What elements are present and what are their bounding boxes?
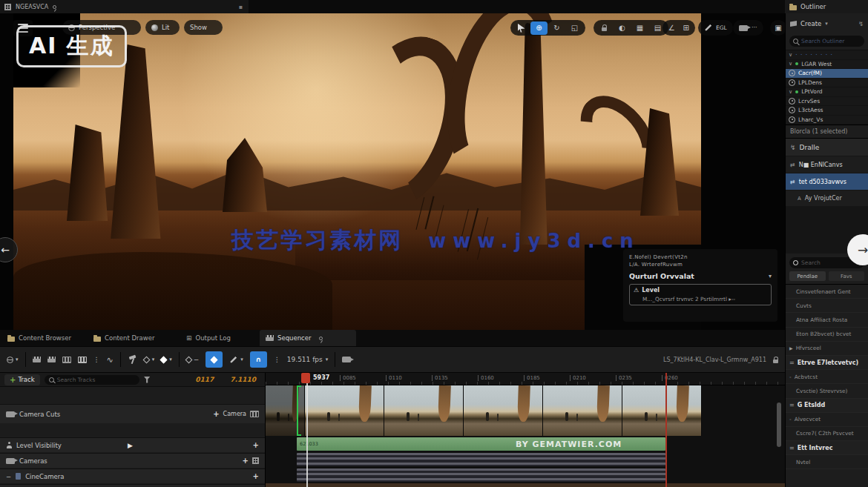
tab-content-browser[interactable]: Content Browser <box>1 330 77 346</box>
popup-title-row[interactable]: Qurturl Orvvalat ▾ <box>629 272 772 280</box>
outliner-row-selected[interactable]: Cacr(fM) <box>786 69 868 79</box>
chevron-down-icon[interactable]: ▾ <box>769 273 772 279</box>
details-row-selected[interactable]: ⇄ tet d5033avwvs <box>786 173 868 190</box>
list-icon[interactable] <box>252 457 259 464</box>
track-cinecamera[interactable]: − CineCamera + <box>0 468 265 483</box>
save-dropdown[interactable]: ▾ <box>7 357 19 363</box>
camera-speed-pill[interactable]: ··· <box>733 20 763 36</box>
tab-sequencer[interactable]: Sequencer <box>260 330 356 346</box>
scale-snap-toggle[interactable]: ⊞ <box>680 21 694 35</box>
edit-icon[interactable]: ↯ <box>858 20 864 27</box>
clips-button[interactable] <box>62 357 71 363</box>
outliner-tab[interactable]: Outliner <box>785 0 868 13</box>
track-camera-cuts[interactable]: Camera Cuts + Camera <box>0 404 265 423</box>
outliner-row[interactable]: ∨ LGAR West <box>786 60 868 70</box>
cameras-clip[interactable] <box>297 453 665 466</box>
track-level-visibility[interactable]: Level Visibility ▶ + <box>0 437 265 452</box>
eye-icon[interactable] <box>789 116 795 123</box>
time-start[interactable]: 0117 <box>195 376 214 383</box>
property-section[interactable]: = G Etsldd <box>786 399 868 413</box>
property-section[interactable]: = Etrve E7letcvetvc) <box>786 356 868 370</box>
collapse-icon[interactable]: = <box>789 445 795 451</box>
property-row[interactable]: Cscre7( C2th Psvcvet <box>786 427 868 441</box>
property-row[interactable]: - Alvecvcet <box>786 413 868 427</box>
eye-icon[interactable] <box>789 70 795 76</box>
outliner-row[interactable]: LPLDens <box>786 79 868 88</box>
filter-icon[interactable] <box>144 377 151 383</box>
add-key-button[interactable] <box>206 351 223 368</box>
timeline-scrollbar[interactable] <box>777 402 781 447</box>
collapse-icon[interactable]: = <box>789 402 795 408</box>
timeline-ruler[interactable]: 0085 0110 0135 0160 0185 0210 0235 0260 <box>266 373 785 385</box>
add-icon[interactable]: + <box>253 472 259 480</box>
scale-tool[interactable]: ◱ <box>566 21 583 35</box>
outliner-row[interactable]: L3ctAess <box>786 106 868 116</box>
property-row[interactable]: - Acbvtcst <box>786 370 868 384</box>
grid-snap-toggle[interactable]: ▦ <box>631 21 648 35</box>
property-row[interactable]: ▶ Hfvrsceel <box>786 342 868 356</box>
chevron-down-icon[interactable]: ▾ <box>825 21 828 27</box>
interp-pen-dropdown[interactable]: ▾ <box>229 357 243 362</box>
render-movie-button[interactable] <box>33 357 41 362</box>
playhead-marker[interactable] <box>301 373 310 383</box>
camera-cuts-filmstrip[interactable] <box>266 385 702 436</box>
playhead-line[interactable] <box>306 382 308 487</box>
create-dropdown[interactable]: Create <box>800 20 821 27</box>
move-tool[interactable]: ⊕ <box>530 21 548 35</box>
playback-end-marker[interactable] <box>665 373 667 487</box>
more-options-icon[interactable]: ⋮ <box>93 356 100 363</box>
eye-icon[interactable] <box>789 107 795 113</box>
tab-dock-icon[interactable]: ▪ <box>239 4 243 10</box>
property-row[interactable]: Cinsvetfenaert Gent <box>786 285 868 299</box>
play-icon[interactable]: ▶ <box>128 442 133 449</box>
favorites-button[interactable]: Favs <box>829 271 865 281</box>
property-section[interactable]: = Ett Intvrec <box>786 441 868 455</box>
property-row[interactable]: Nvtel <box>786 455 868 469</box>
key-minus-button[interactable]: − <box>186 356 200 363</box>
lock-toggle[interactable] <box>596 21 613 35</box>
pin-icon[interactable] <box>319 337 323 340</box>
auto-key-dropdown[interactable]: ▾ <box>161 357 172 362</box>
add-camera-button[interactable]: Camera <box>223 411 246 417</box>
time-end[interactable]: 7.1110 <box>230 376 256 383</box>
outliner-row[interactable]: Lharc_Vs <box>786 116 868 125</box>
range-start-bracket[interactable] <box>297 385 301 436</box>
track-cameras[interactable]: Cameras + <box>0 453 265 468</box>
add-icon[interactable]: + <box>213 410 219 418</box>
world-space-toggle[interactable]: ◐ <box>614 21 631 35</box>
fps-dropdown[interactable]: 19.511 fps ▾ <box>287 356 328 363</box>
lock-icon[interactable] <box>773 360 778 363</box>
film-icon[interactable] <box>250 411 259 417</box>
track-search-input[interactable]: Search Tracks <box>45 375 139 385</box>
pin-icon[interactable] <box>53 5 56 9</box>
property-row[interactable]: Cuvts <box>786 299 868 313</box>
egl-pill[interactable]: EGL <box>698 20 733 36</box>
tab-output-log[interactable]: ⊞ Output Log <box>180 330 237 346</box>
camera-lock-button[interactable] <box>342 357 351 362</box>
cinecamera-clip[interactable] <box>297 468 665 482</box>
viewport-tab[interactable]: NGEASVCA ▪ <box>0 0 249 13</box>
thumbnails-button[interactable] <box>78 357 87 363</box>
actions-button[interactable] <box>128 355 137 365</box>
curve-editor-button[interactable]: ∿ <box>107 355 114 365</box>
keyframe-options-dropdown[interactable]: ▾ <box>144 357 155 362</box>
add-icon[interactable]: + <box>243 457 249 465</box>
curve-channel-button[interactable]: ∩ <box>250 351 267 368</box>
create-camera-button[interactable] <box>47 357 56 362</box>
collapse-icon[interactable]: = <box>789 360 795 366</box>
rotate-tool[interactable]: ↻ <box>548 21 565 35</box>
level-item[interactable]: M..._Qcvrsrf trvnvc 2 Psrtilmrrtl ▸-- <box>634 296 767 302</box>
more-options-icon[interactable]: ⋮ <box>274 356 280 363</box>
outliner-row[interactable]: ∨ LPtVord <box>786 87 868 97</box>
property-row[interactable]: Eton B2bvcet) bcvet <box>786 328 868 342</box>
lit-mode-dropdown[interactable]: Lit <box>145 20 180 35</box>
select-tool[interactable] <box>513 21 530 35</box>
property-row[interactable]: Atna Affiliact Rosta <box>786 313 868 327</box>
outliner-row[interactable]: ∨· · · · · · · · <box>786 50 868 60</box>
details-row[interactable]: ⇄ N■ EnNlCanvs <box>786 156 868 173</box>
rotation-snap-toggle[interactable]: ∠ <box>665 21 679 35</box>
details-button[interactable]: Pendlae <box>789 271 826 281</box>
property-row[interactable]: Cvsctie) Strevrvse) <box>786 384 868 398</box>
maximize-viewport-button[interactable]: ▣ <box>772 21 784 35</box>
outliner-row[interactable]: LcrvSes <box>786 97 868 107</box>
